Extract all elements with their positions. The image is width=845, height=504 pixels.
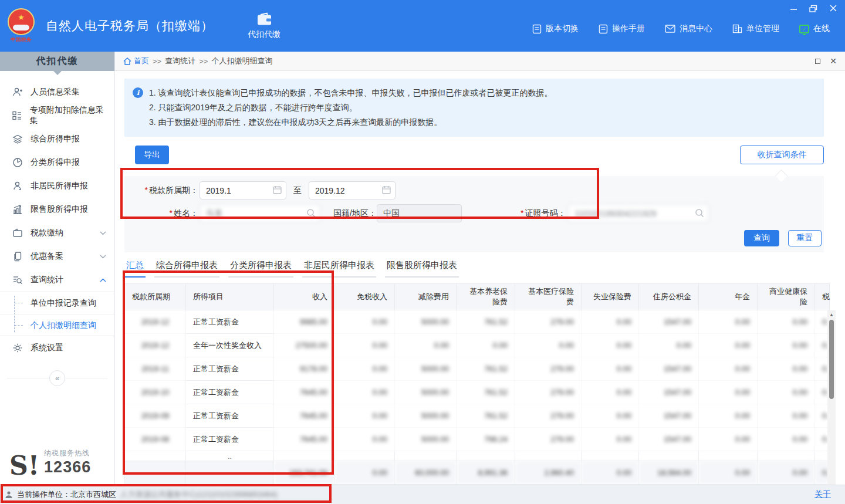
search-icon[interactable] [306,208,316,218]
menu-message-center[interactable]: 消息中心 [665,23,712,34]
name-input[interactable] [200,204,320,222]
sidebar-item-restricted-shares[interactable]: 限售股所得申报 [0,198,114,221]
cell-amount: 0.00 [699,428,758,451]
cell-income-item: 全年一次性奖金收入 [186,334,274,357]
submenu-item-unit-declaration-query[interactable]: 单位申报记录查询 [0,292,114,314]
column-header: 基本养老保险费 [457,284,515,310]
search-icon[interactable] [695,208,704,218]
module-tab-withholding[interactable]: 代扣代缴 [248,12,280,40]
sidebar-item-special-deduction[interactable]: 专项附加扣除信息采集 [0,104,114,127]
table-row[interactable]: 2019-12正常工资薪金9985.000.005000.00761.52279… [125,310,830,334]
cell-amount: 0.00 [699,461,758,485]
vertical-scrollbar[interactable]: ▲ ▼ [827,310,836,495]
export-button[interactable]: 导出 [135,146,169,164]
column-header: 减除费用 [395,284,457,310]
cell-amount: 0.00 [515,334,582,357]
vertical-scroll-thumb[interactable] [829,320,834,399]
sidebar-item-label: 查询统计 [31,275,63,285]
cell-amount: 0.00 [699,381,758,404]
mail-icon [665,25,675,33]
period-to-field [309,181,396,199]
calendar-icon[interactable] [273,185,282,194]
tab-nonresident[interactable]: 非居民所得申报表 [302,260,376,278]
panel-close-icon[interactable]: ✕ [830,57,837,65]
gear-icon [12,343,23,353]
sidebar-item-label: 系统设置 [31,343,63,353]
tab-classified[interactable]: 分类所得申报表 [228,260,293,278]
table-row[interactable]: 2019-11正常工资薪金9178.000.005000.00761.52279… [125,357,830,381]
calendar-icon[interactable] [382,185,391,194]
sidebar-item-tax-payment[interactable]: 税款缴纳 [0,221,114,245]
table-total-row[interactable]: ----163,741.000.0060,000.008,991.362,960… [125,461,830,485]
result-table-area: 税款所属期所得项目收入免税收入减除费用基本养老保险费基本医疗保险费失业保险费住房… [124,283,836,495]
cell-amount: 1547.00 [639,381,699,404]
cell-amount [699,451,758,461]
table-row[interactable]: 2019-09正常工资薪金7645.000.005000.00761.52279… [125,404,830,428]
sidebar-item-comprehensive-income[interactable]: 综合所得申报 [0,127,114,151]
table-row[interactable]: .. [125,451,830,461]
minimize-icon[interactable] [789,4,798,13]
online-status[interactable]: ✓ 在线 [799,23,830,34]
submenu-item-personal-withholding-query[interactable]: 个人扣缴明细查询 [0,314,114,336]
menu-unit-management[interactable]: 单位管理 [732,23,779,34]
menu-manual[interactable]: 操作手册 [599,23,645,34]
period-from-field [200,181,286,199]
menu-label: 操作手册 [612,23,645,34]
sidebar-item-classified-income[interactable]: 分类所得申报 [0,151,114,174]
cell-amount: 0.00 [699,357,758,381]
period-row: *税款所属期： 至 [130,181,396,199]
panel-maximize-icon[interactable] [815,59,820,64]
sidebar-item-system-settings[interactable]: 系统设置 [0,336,114,360]
menu-version-switch[interactable]: 版本切换 [532,23,579,34]
tab-comprehensive[interactable]: 综合所得申报表 [154,260,219,278]
chevron-up-icon [100,278,106,282]
table-row[interactable]: 2019-12全年一次性奖金收入27500.000.000.000.000.00… [125,334,830,357]
breadcrumb: 首页 >> 查询统计 >> 个人扣缴明细查询 ✕ [115,52,845,71]
reset-button[interactable]: 重置 [788,230,822,246]
sidebar-item-personnel-info[interactable]: 人员信息采集 [0,80,114,104]
sidebar-collapse-button[interactable]: « [49,370,65,386]
cell-amount: 0.00 [699,310,758,334]
chevron-down-icon [100,231,106,235]
breadcrumb-home[interactable]: 首页 [123,56,149,66]
tab-summary[interactable]: 汇总 [124,260,146,278]
person-icon [12,181,23,191]
table-row[interactable]: 2019-10正常工资薪金7645.000.005000.00761.52279… [125,381,830,404]
name-field [200,204,320,222]
cell-amount: 5000.00 [395,381,457,404]
cell-amount [639,451,699,461]
wallet-icon [256,12,272,26]
id-number-input[interactable] [568,204,709,222]
hotline-caption: 纳税服务热线 [44,448,91,458]
sidebar-item-nonresident-income[interactable]: 非居民所得申报 [0,174,114,198]
cell-amount [758,451,815,461]
column-header: 税款所属期 [125,284,186,310]
document-icon [599,24,608,34]
search-list-icon [12,275,23,285]
cell-amount: 0.00 [758,334,815,357]
tab-restricted-shares[interactable]: 限售股所得申报表 [385,260,459,278]
module-tab-label: 代扣代缴 [248,29,280,40]
scroll-up-icon[interactable]: ▲ [827,312,836,319]
person-add-icon [12,87,23,97]
cell-amount: 163,741.00 [274,461,335,485]
cell-amount: 0.00 [582,310,639,334]
notice-box: i 1. 该查询统计表仅能查询已申报成功的数据，不包含未申报、申报失败，已申报但… [124,79,824,137]
about-link[interactable]: 关于 [814,489,831,500]
cell-period: 2019-10 [125,381,186,404]
query-button[interactable]: 查询 [744,230,779,246]
collapse-query-button[interactable]: 收折查询条件 [740,146,824,164]
nationality-input [377,204,462,222]
cell-period: 2019-09 [125,404,186,428]
panel-controls: ✕ [815,57,837,65]
sidebar-item-query-statistics[interactable]: 查询统计 [0,268,114,292]
cell-amount: 761.52 [457,310,515,334]
close-icon[interactable] [829,4,838,13]
table-row[interactable]: 2019-08正常工资薪金7645.000.005000.00798.24279… [125,428,830,451]
notice-line: 1. 该查询统计表仅能查询已申报成功的数据，不包含未申报、申报失败，已申报但已作… [149,86,553,100]
restore-icon[interactable] [809,4,818,13]
cell-period [125,451,186,461]
cell-amount: 279.00 [515,428,582,451]
sidebar-item-preferential-filing[interactable]: 优惠备案 [0,245,114,268]
breadcrumb-item[interactable]: 查询统计 [165,56,195,66]
